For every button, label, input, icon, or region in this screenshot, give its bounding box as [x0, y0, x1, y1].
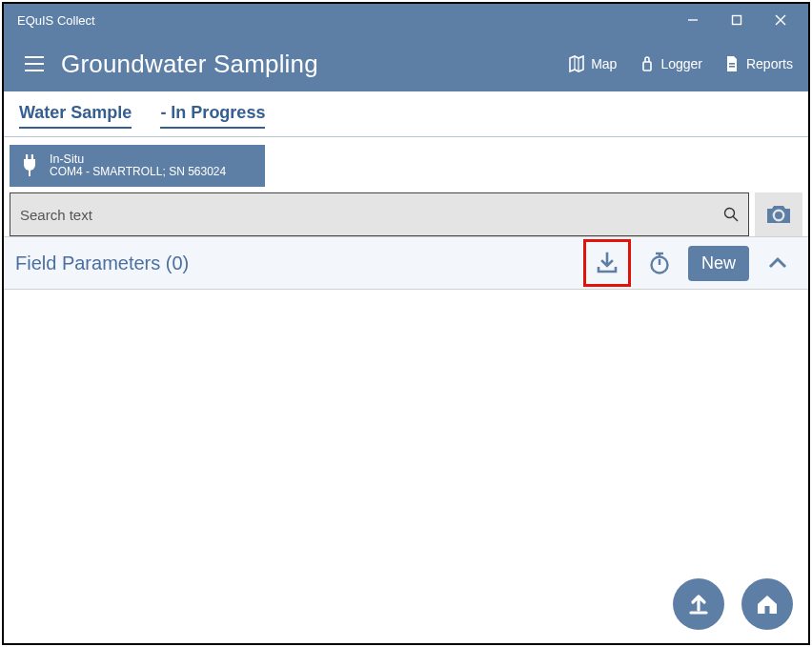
svg-point-15 — [725, 209, 735, 218]
page-title: Groundwater Sampling — [61, 50, 318, 79]
svg-rect-14 — [29, 170, 30, 176]
search-row: Search text — [4, 192, 808, 236]
hamburger-icon — [24, 55, 45, 72]
camera-button[interactable] — [755, 192, 802, 236]
plug-icon — [19, 153, 40, 178]
svg-rect-9 — [643, 62, 651, 71]
nav-map[interactable]: Map — [568, 55, 617, 72]
close-icon — [775, 14, 786, 26]
svg-line-16 — [733, 216, 738, 221]
device-card[interactable]: In-Situ COM4 - SMARTROLL; SN 563024 — [10, 145, 265, 187]
download-button[interactable] — [586, 243, 628, 283]
window-close[interactable] — [759, 4, 802, 36]
search-input[interactable]: Search text — [10, 192, 749, 236]
map-icon — [568, 55, 585, 72]
download-icon — [595, 251, 619, 275]
fab-row — [673, 578, 793, 630]
tab-water-sample[interactable]: Water Sample — [19, 103, 132, 129]
upload-icon — [685, 591, 712, 617]
camera-icon — [765, 204, 792, 225]
tab-in-progress[interactable]: - In Progress — [160, 103, 265, 129]
svg-rect-23 — [765, 606, 770, 614]
window-minimize[interactable] — [671, 4, 715, 36]
nav-reports[interactable]: Reports — [723, 55, 793, 72]
tabs-row: Water Sample - In Progress — [4, 91, 808, 136]
nav-logger[interactable]: Logger — [638, 55, 702, 72]
section-field-parameters: Field Parameters (0) New — [4, 236, 808, 290]
chevron-up-icon — [766, 252, 789, 274]
fab-home[interactable] — [741, 578, 793, 630]
stopwatch-button[interactable] — [639, 243, 680, 283]
nav-logger-label: Logger — [660, 56, 702, 71]
section-title: Field Parameters (0) — [15, 253, 576, 274]
search-icon — [723, 207, 739, 222]
fab-upload[interactable] — [673, 578, 724, 630]
svg-rect-10 — [729, 63, 735, 65]
home-icon — [754, 591, 781, 617]
device-row: In-Situ COM4 - SMARTROLL; SN 563024 — [4, 137, 808, 192]
device-port: COM4 - SMARTROLL; SN 563024 — [50, 166, 226, 179]
svg-rect-13 — [31, 154, 33, 159]
window-maximize[interactable] — [715, 4, 759, 36]
logger-icon — [638, 55, 655, 72]
svg-rect-12 — [26, 154, 28, 159]
highlight-download — [583, 239, 631, 287]
reports-icon — [723, 55, 741, 72]
nav-map-label: Map — [591, 56, 617, 71]
stopwatch-icon — [647, 251, 672, 275]
device-vendor: In-Situ — [50, 152, 226, 166]
nav-reports-label: Reports — [746, 56, 793, 71]
app-header: Groundwater Sampling Map Logger Report — [4, 36, 808, 91]
search-placeholder: Search text — [20, 207, 723, 223]
app-window: EQuIS Collect Groundwater Sampling — [2, 2, 810, 645]
maximize-icon — [731, 14, 742, 26]
window-title: EQuIS Collect — [17, 13, 95, 28]
new-button[interactable]: New — [688, 246, 749, 281]
svg-rect-11 — [729, 66, 735, 68]
collapse-button[interactable] — [757, 243, 799, 283]
hamburger-menu[interactable] — [17, 47, 51, 81]
svg-rect-1 — [733, 16, 741, 25]
window-titlebar: EQuIS Collect — [4, 4, 808, 36]
minimize-icon — [687, 14, 699, 26]
new-button-label: New — [701, 253, 736, 273]
